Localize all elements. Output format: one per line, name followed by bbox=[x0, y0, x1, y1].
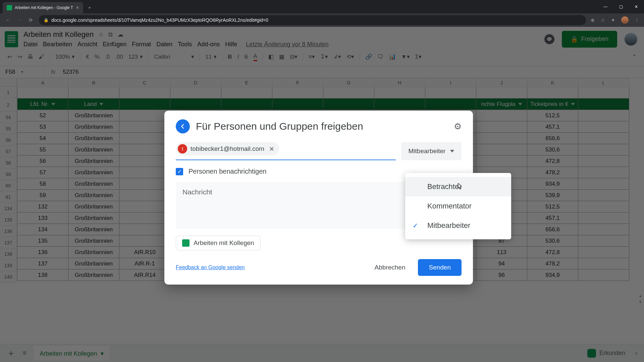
feedback-link[interactable]: Feedback an Google senden bbox=[176, 264, 245, 270]
fill-color-icon[interactable]: ◧ bbox=[268, 53, 274, 60]
cell[interactable]: AIR.R14 bbox=[119, 269, 170, 281]
cell[interactable] bbox=[578, 224, 629, 235]
row-header[interactable]: 136 bbox=[0, 226, 16, 237]
cell[interactable] bbox=[170, 87, 221, 99]
cell[interactable] bbox=[578, 144, 629, 156]
row-header[interactable]: 138 bbox=[0, 248, 16, 260]
explore-icon[interactable] bbox=[587, 349, 596, 358]
star-icon[interactable]: ☆ bbox=[98, 31, 104, 38]
cell[interactable] bbox=[374, 87, 425, 99]
explore-label[interactable]: Erkunden bbox=[599, 350, 625, 357]
cell[interactable] bbox=[119, 224, 170, 235]
people-input[interactable]: t tobibecker1@hotmail.com ✕ bbox=[176, 142, 396, 160]
cell[interactable] bbox=[119, 156, 170, 167]
row-header[interactable]: 134 bbox=[0, 203, 16, 214]
cell[interactable] bbox=[578, 213, 629, 224]
increase-decimal-icon[interactable]: .00 bbox=[115, 54, 123, 60]
cell[interactable]: Großbritannien bbox=[68, 178, 119, 190]
cell[interactable] bbox=[476, 121, 527, 133]
dialog-back-button[interactable] bbox=[176, 119, 190, 133]
sheet-tab[interactable]: Arbeiten mit Kollegen ▾ bbox=[34, 346, 110, 361]
table-header-cell[interactable]: Ticketpreis in € bbox=[527, 99, 578, 110]
cell[interactable]: 96 bbox=[476, 269, 527, 281]
row-header[interactable]: 140 bbox=[0, 271, 16, 283]
column-header[interactable]: G bbox=[323, 78, 374, 87]
cell[interactable]: AIR.R10 bbox=[119, 247, 170, 258]
cell[interactable] bbox=[119, 167, 170, 178]
cell[interactable] bbox=[119, 87, 170, 99]
cell[interactable] bbox=[578, 258, 629, 269]
row-header[interactable]: 58 bbox=[0, 157, 16, 169]
cell[interactable] bbox=[578, 156, 629, 167]
cell[interactable]: 56 bbox=[17, 156, 68, 167]
cell[interactable]: 113 bbox=[476, 247, 527, 258]
side-panel-toggle-icon[interactable]: ‹ bbox=[635, 350, 637, 357]
table-header-cell[interactable] bbox=[170, 99, 221, 110]
cell[interactable] bbox=[119, 178, 170, 190]
font-size-select[interactable]: 11 ▾ bbox=[205, 53, 217, 60]
menu-data[interactable]: Daten bbox=[156, 41, 172, 48]
window-maximize[interactable]: ▢ bbox=[613, 0, 629, 13]
cell[interactable]: 457,1 bbox=[527, 121, 578, 133]
cell[interactable] bbox=[119, 110, 170, 121]
row-header[interactable]: 137 bbox=[0, 237, 16, 248]
cell[interactable] bbox=[119, 190, 170, 201]
cell[interactable]: Großbritannien bbox=[68, 258, 119, 269]
cell[interactable] bbox=[578, 121, 629, 133]
person-chip[interactable]: t tobibecker1@hotmail.com ✕ bbox=[176, 142, 279, 156]
redo-icon[interactable]: ↪ bbox=[17, 53, 22, 60]
print-icon[interactable]: 🖶 bbox=[28, 54, 33, 60]
toolbar-collapse-icon[interactable]: ⌃ bbox=[632, 53, 637, 60]
cell[interactable]: Großbritannien bbox=[68, 235, 119, 247]
column-header[interactable]: J bbox=[476, 78, 527, 87]
vertical-scrollbar[interactable]: ▲ ▼ bbox=[638, 78, 643, 306]
cell[interactable]: 934,9 bbox=[527, 269, 578, 281]
horizontal-align-icon[interactable]: ≡▾ bbox=[309, 53, 315, 60]
text-rotate-icon[interactable]: ⟲▾ bbox=[346, 53, 354, 60]
cell[interactable] bbox=[323, 87, 374, 99]
borders-icon[interactable]: ▦ bbox=[279, 53, 284, 60]
decrease-decimal-icon[interactable]: .0 bbox=[105, 54, 110, 60]
cell[interactable]: Großbritannien bbox=[68, 110, 119, 121]
cell[interactable]: 58 bbox=[17, 178, 68, 190]
reload-button[interactable]: ⟳ bbox=[28, 17, 34, 23]
table-header-cell[interactable]: nchte Flugpla bbox=[476, 99, 527, 110]
column-header[interactable]: E bbox=[221, 78, 272, 87]
back-button[interactable]: ← bbox=[5, 17, 11, 23]
vertical-align-icon[interactable]: ↧▾ bbox=[320, 53, 328, 60]
row-header[interactable]: 54 bbox=[0, 112, 16, 123]
formula-input[interactable]: 52376 bbox=[63, 69, 78, 75]
cell[interactable]: Großbritannien bbox=[68, 133, 119, 144]
cell[interactable]: 52 bbox=[17, 110, 68, 121]
paint-format-icon[interactable]: 🖌 bbox=[39, 54, 44, 60]
move-icon[interactable]: ⧉ bbox=[108, 31, 113, 38]
cell[interactable] bbox=[425, 87, 476, 99]
comments-icon[interactable]: 💬 bbox=[544, 34, 554, 44]
cell[interactable] bbox=[476, 144, 527, 156]
row-header[interactable]: 56 bbox=[0, 134, 16, 146]
name-box[interactable]: F58▼ bbox=[3, 69, 44, 75]
cell[interactable] bbox=[17, 87, 68, 99]
browser-menu-icon[interactable]: ⋮ bbox=[635, 17, 639, 23]
cell[interactable] bbox=[476, 110, 527, 121]
cell[interactable]: 457,1 bbox=[527, 213, 578, 224]
cell[interactable]: Großbritannien bbox=[68, 190, 119, 201]
column-header[interactable]: A bbox=[17, 78, 68, 87]
menu-tools[interactable]: Tools bbox=[178, 41, 192, 48]
cell[interactable]: 53 bbox=[17, 121, 68, 133]
cell[interactable] bbox=[119, 235, 170, 247]
percent-icon[interactable]: % bbox=[95, 54, 100, 60]
column-header[interactable]: I bbox=[425, 78, 476, 87]
cell[interactable]: 472,8 bbox=[527, 156, 578, 167]
cell[interactable]: 135 bbox=[17, 235, 68, 247]
menu-file[interactable]: Datei bbox=[23, 41, 38, 48]
row-header[interactable]: 2 bbox=[0, 98, 16, 112]
insert-chart-icon[interactable]: 📊 bbox=[389, 53, 396, 60]
cell[interactable]: 59 bbox=[17, 190, 68, 201]
menu-edit[interactable]: Bearbeiten bbox=[43, 41, 72, 48]
number-format-select[interactable]: 123▾ bbox=[128, 53, 143, 60]
row-header[interactable]: 60 bbox=[0, 180, 16, 191]
insert-comment-icon[interactable]: 🗨 bbox=[378, 54, 383, 60]
column-header[interactable]: L bbox=[578, 78, 629, 87]
font-select[interactable]: Calibri ▾ bbox=[154, 53, 194, 60]
